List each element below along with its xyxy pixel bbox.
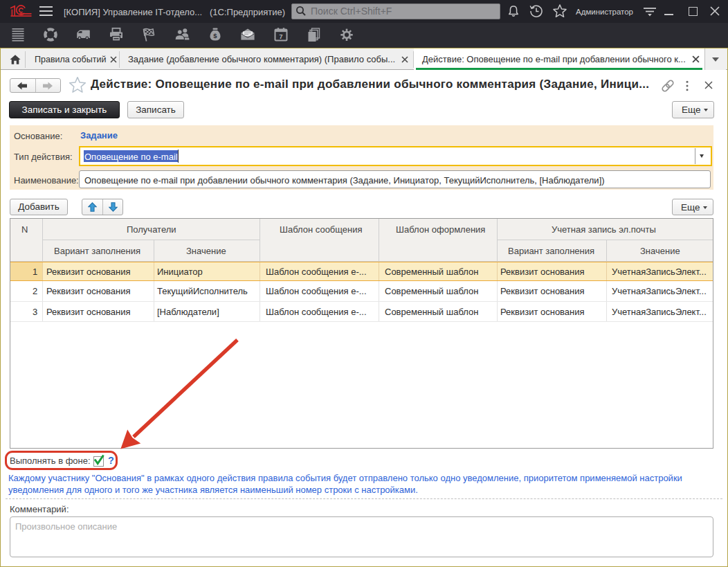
svg-text:7: 7	[279, 33, 282, 40]
svg-text:$: $	[213, 32, 217, 39]
